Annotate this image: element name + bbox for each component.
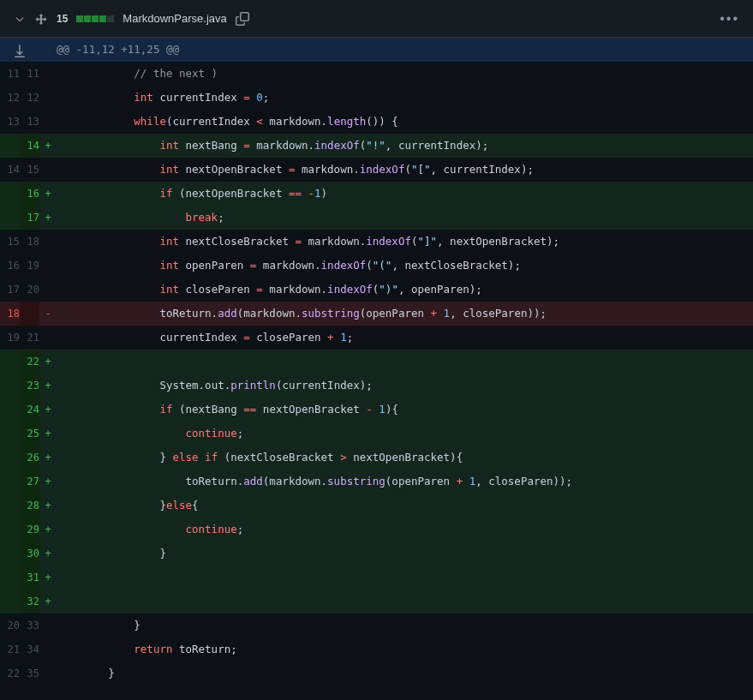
line-number-new[interactable]: 33 bbox=[20, 613, 39, 637]
diff-marker bbox=[39, 62, 57, 86]
diff-marker bbox=[39, 158, 57, 182]
diff-marker bbox=[39, 326, 57, 350]
code-content: toReturn.add(markdown.substring(openPare… bbox=[57, 302, 753, 326]
line-number-new[interactable]: 27 bbox=[20, 470, 39, 494]
diff-line: 14+ int nextBang = markdown.indexOf("!",… bbox=[0, 134, 753, 158]
line-number-old[interactable] bbox=[0, 398, 20, 422]
line-number-new[interactable]: 34 bbox=[20, 637, 39, 661]
code-content bbox=[57, 565, 753, 589]
diff-marker: + bbox=[39, 518, 57, 541]
diff-marker bbox=[39, 278, 57, 302]
diff-marker bbox=[39, 110, 57, 134]
line-number-new[interactable]: 35 bbox=[20, 661, 39, 685]
code-content: } bbox=[57, 541, 753, 565]
diff-line: 28+ }else{ bbox=[0, 494, 753, 518]
line-number-old[interactable]: 14 bbox=[0, 158, 20, 182]
diff-marker: + bbox=[39, 470, 57, 494]
diff-marker: + bbox=[39, 182, 57, 206]
diff-line: 16+ if (nextOpenBracket == -1) bbox=[0, 182, 753, 206]
line-number-new[interactable]: 25 bbox=[20, 422, 39, 446]
line-number-old[interactable] bbox=[0, 206, 20, 230]
diff-marker: + bbox=[39, 589, 57, 613]
expand-all-icon[interactable] bbox=[34, 12, 48, 26]
diff-table: @@ -11,12 +11,25 @@ 1111 // the next )12… bbox=[0, 38, 753, 685]
line-number-old[interactable] bbox=[0, 182, 20, 206]
line-number-old[interactable]: 18 bbox=[0, 302, 20, 326]
line-number-new[interactable]: 18 bbox=[20, 230, 39, 254]
code-content bbox=[57, 350, 753, 374]
line-number-new[interactable]: 32 bbox=[20, 589, 39, 613]
line-number-old[interactable]: 11 bbox=[0, 62, 20, 86]
diff-marker: + bbox=[39, 565, 57, 589]
code-content: continue; bbox=[57, 422, 753, 446]
line-number-old[interactable] bbox=[0, 446, 20, 470]
diff-marker bbox=[39, 637, 57, 661]
line-number-new[interactable]: 21 bbox=[20, 326, 39, 350]
line-number-new[interactable]: 30 bbox=[20, 541, 39, 565]
diff-marker: + bbox=[39, 350, 57, 374]
line-number-old[interactable]: 20 bbox=[0, 613, 20, 637]
code-content: } bbox=[57, 613, 753, 637]
line-number-new[interactable]: 28 bbox=[20, 494, 39, 518]
diff-line: 2134 return toReturn; bbox=[0, 637, 753, 661]
hunk-header-text: @@ -11,12 +11,25 @@ bbox=[57, 38, 753, 62]
line-number-old[interactable]: 19 bbox=[0, 326, 20, 350]
code-content: } bbox=[57, 661, 753, 685]
line-number-new[interactable]: 31 bbox=[20, 565, 39, 589]
line-number-old[interactable]: 21 bbox=[0, 637, 20, 661]
collapse-toggle-icon[interactable] bbox=[14, 13, 26, 25]
code-content: System.out.println(currentIndex); bbox=[57, 374, 753, 398]
diff-marker: + bbox=[39, 541, 57, 565]
line-number-old[interactable] bbox=[0, 541, 20, 565]
line-number-new[interactable]: 14 bbox=[20, 134, 39, 158]
code-content: if (nextBang == nextOpenBracket - 1){ bbox=[57, 398, 753, 422]
diff-line: 18- toReturn.add(markdown.substring(open… bbox=[0, 302, 753, 326]
line-number-old[interactable] bbox=[0, 518, 20, 541]
line-number-old[interactable] bbox=[0, 350, 20, 374]
code-content: }else{ bbox=[57, 494, 753, 518]
line-number-new[interactable]: 13 bbox=[20, 110, 39, 134]
line-number-old[interactable]: 16 bbox=[0, 254, 20, 278]
line-number-new[interactable]: 23 bbox=[20, 374, 39, 398]
diff-marker: - bbox=[39, 302, 57, 326]
line-number-old[interactable]: 12 bbox=[0, 86, 20, 110]
code-content: return toReturn; bbox=[57, 637, 753, 661]
diff-line: 1720 int closeParen = markdown.indexOf("… bbox=[0, 278, 753, 302]
line-number-old[interactable] bbox=[0, 422, 20, 446]
line-number-old[interactable]: 15 bbox=[0, 230, 20, 254]
line-number-old[interactable] bbox=[0, 374, 20, 398]
line-number-new[interactable]: 19 bbox=[20, 254, 39, 278]
line-number-old[interactable] bbox=[0, 589, 20, 613]
diff-line: 26+ } else if (nextCloseBracket > nextOp… bbox=[0, 446, 753, 470]
expand-hunk-button[interactable] bbox=[0, 38, 39, 62]
diff-filename[interactable]: MarkdownParse.java bbox=[123, 12, 226, 25]
diff-marker: + bbox=[39, 134, 57, 158]
line-number-old[interactable]: 17 bbox=[0, 278, 20, 302]
diff-line: 32+ bbox=[0, 589, 753, 613]
line-number-new[interactable]: 26 bbox=[20, 446, 39, 470]
line-number-old[interactable] bbox=[0, 470, 20, 494]
line-number-old[interactable] bbox=[0, 134, 20, 158]
line-number-new[interactable]: 15 bbox=[20, 158, 39, 182]
line-number-old[interactable] bbox=[0, 494, 20, 518]
line-number-new[interactable]: 29 bbox=[20, 518, 39, 541]
line-number-new[interactable]: 17 bbox=[20, 206, 39, 230]
code-content: int nextOpenBracket = markdown.indexOf("… bbox=[57, 158, 753, 182]
copy-path-icon[interactable] bbox=[236, 12, 249, 26]
line-number-new[interactable]: 20 bbox=[20, 278, 39, 302]
line-number-old[interactable] bbox=[0, 565, 20, 589]
line-number-new[interactable]: 22 bbox=[20, 350, 39, 374]
line-number-old[interactable]: 22 bbox=[0, 661, 20, 685]
line-number-new[interactable] bbox=[20, 302, 39, 326]
line-number-old[interactable]: 13 bbox=[0, 110, 20, 134]
code-content: if (nextOpenBracket == -1) bbox=[57, 182, 753, 206]
diff-line: 1518 int nextCloseBracket = markdown.ind… bbox=[0, 230, 753, 254]
code-content: int nextCloseBracket = markdown.indexOf(… bbox=[57, 230, 753, 254]
file-actions-menu-icon[interactable]: ••• bbox=[720, 11, 739, 27]
line-number-new[interactable]: 11 bbox=[20, 62, 39, 86]
line-number-new[interactable]: 12 bbox=[20, 86, 39, 110]
diff-marker: + bbox=[39, 398, 57, 422]
code-content: int closeParen = markdown.indexOf(")", o… bbox=[57, 278, 753, 302]
line-number-new[interactable]: 16 bbox=[20, 182, 39, 206]
line-number-new[interactable]: 24 bbox=[20, 398, 39, 422]
